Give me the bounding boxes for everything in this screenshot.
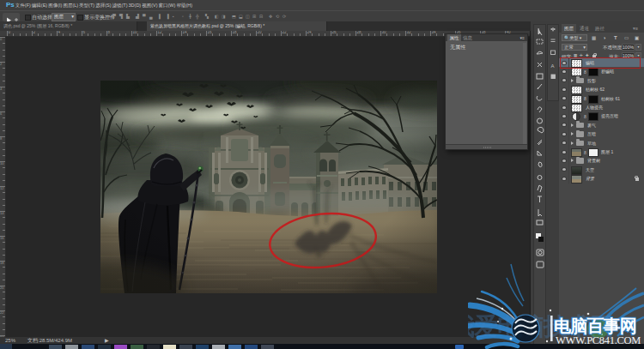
svg-text:A: A [551,63,555,69]
